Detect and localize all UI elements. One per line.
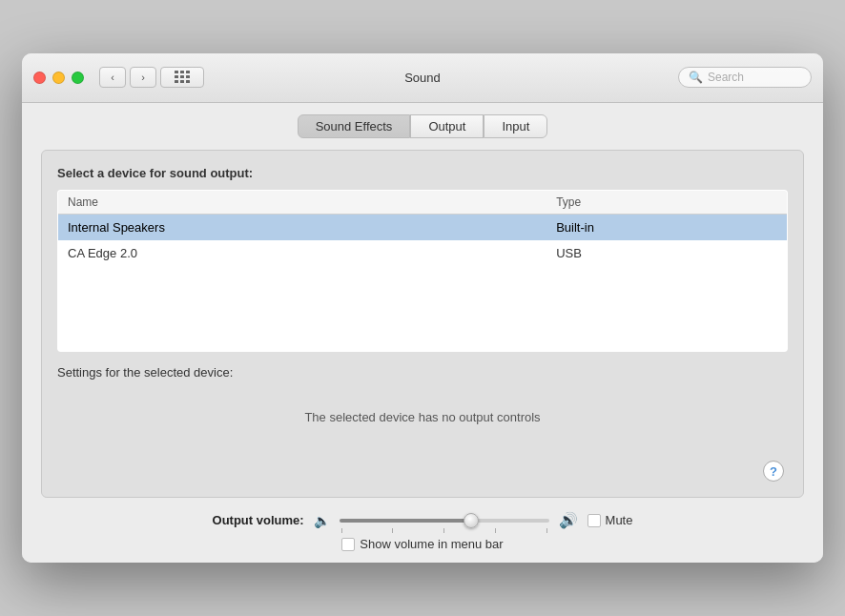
nav-buttons: ‹ › bbox=[99, 67, 156, 88]
volume-low-icon: 🔈 bbox=[314, 513, 330, 528]
bottom-bar: Output volume: 🔈 🔊 Mute bbox=[22, 498, 823, 563]
tab-input[interactable]: Input bbox=[484, 114, 547, 138]
show-volume-checkbox-wrapper[interactable]: Show volume in menu bar bbox=[341, 537, 503, 551]
close-button[interactable] bbox=[33, 72, 46, 84]
slider-ticks bbox=[340, 528, 549, 533]
device-name: CA Edge 2.0 bbox=[58, 240, 547, 266]
table-row-empty bbox=[58, 266, 788, 295]
traffic-lights bbox=[33, 72, 84, 84]
window-title: Sound bbox=[404, 71, 441, 85]
search-box[interactable]: 🔍 Search bbox=[678, 67, 812, 88]
grid-view-button[interactable] bbox=[160, 67, 204, 88]
forward-button[interactable]: › bbox=[130, 67, 156, 88]
settings-label: Settings for the selected device: bbox=[57, 365, 788, 380]
table-row-empty bbox=[58, 295, 788, 323]
table-row[interactable]: Internal Speakers Built-in bbox=[58, 214, 788, 240]
device-name: Internal Speakers bbox=[58, 214, 547, 240]
show-volume-label: Show volume in menu bar bbox=[360, 537, 503, 551]
volume-label: Output volume: bbox=[213, 513, 304, 527]
device-table: Name Type Internal Speakers Built-in CA … bbox=[57, 190, 788, 353]
volume-high-icon: 🔊 bbox=[559, 511, 578, 529]
volume-slider[interactable] bbox=[340, 519, 549, 523]
slider-thumb[interactable] bbox=[464, 513, 479, 528]
show-volume-checkbox[interactable] bbox=[341, 538, 355, 551]
titlebar: ‹ › Sound 🔍 Search bbox=[22, 53, 823, 103]
device-type: USB bbox=[546, 240, 787, 266]
search-icon: 🔍 bbox=[689, 71, 703, 84]
mute-checkbox-wrapper[interactable]: Mute bbox=[587, 513, 633, 527]
search-placeholder: Search bbox=[708, 71, 744, 84]
col-type: Type bbox=[546, 190, 787, 214]
table-row-empty bbox=[58, 323, 788, 352]
tab-sound-effects[interactable]: Sound Effects bbox=[298, 114, 411, 138]
back-button[interactable]: ‹ bbox=[99, 67, 126, 88]
tabbar: Sound Effects Output Input bbox=[22, 103, 823, 150]
volume-row: Output volume: 🔈 🔊 Mute bbox=[213, 511, 633, 529]
col-name: Name bbox=[58, 190, 547, 214]
maximize-button[interactable] bbox=[72, 72, 84, 84]
device-type: Built-in bbox=[546, 214, 787, 240]
main-window: ‹ › Sound 🔍 Search Sound Effects Output … bbox=[22, 53, 823, 564]
tick bbox=[546, 528, 547, 533]
minimize-button[interactable] bbox=[52, 72, 65, 84]
mute-label: Mute bbox=[606, 513, 633, 527]
show-volume-row: Show volume in menu bar bbox=[341, 537, 503, 551]
no-controls-message: The selected device has no output contro… bbox=[57, 391, 788, 453]
table-row[interactable]: CA Edge 2.0 USB bbox=[58, 240, 788, 266]
section-title: Select a device for sound output: bbox=[57, 166, 788, 180]
tick bbox=[341, 528, 342, 533]
tick bbox=[443, 528, 444, 533]
tick bbox=[495, 528, 496, 533]
tab-output[interactable]: Output bbox=[410, 114, 484, 138]
grid-icon bbox=[175, 71, 191, 84]
help-button[interactable]: ? bbox=[763, 461, 784, 482]
mute-checkbox[interactable] bbox=[587, 514, 601, 527]
help-btn-container: ? bbox=[57, 461, 788, 482]
main-content: Select a device for sound output: Name T… bbox=[41, 150, 804, 499]
tick bbox=[392, 528, 393, 533]
